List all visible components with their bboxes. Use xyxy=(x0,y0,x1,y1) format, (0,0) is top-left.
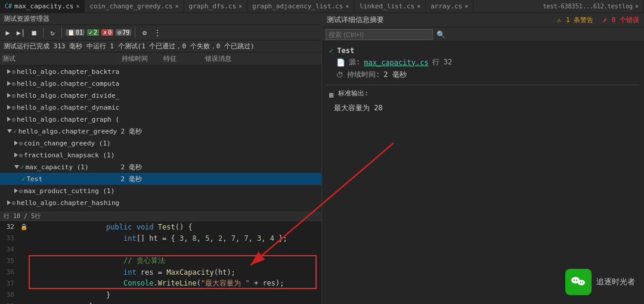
code-lines: 32 🔒 public void Test() { 33 int[] ht = … xyxy=(0,221,321,304)
error-count: 0 个错误 xyxy=(612,15,639,24)
tab-graph-dfs[interactable]: graph_dfs.cs × xyxy=(184,0,248,13)
tree-item-computation[interactable]: ⊙ hello_algo.chapter_computation... xyxy=(0,77,321,89)
watermark: 追逐时光者 xyxy=(565,269,635,295)
tree-item-divide[interactable]: ⊙ hello_algo.chapter_divide_and_c... xyxy=(0,89,321,101)
test-tree-panel: 测试 持续时间 特征 错误消息 ⊙ hello_algo.chapter_bac… xyxy=(0,52,321,212)
badge-skipped-count: 79 xyxy=(122,29,129,36)
tab-linked-list[interactable]: linked_list.cs × xyxy=(354,0,426,13)
tab-close[interactable]: × xyxy=(635,3,639,10)
check-icon: ✓ xyxy=(13,128,17,135)
output-header: ▦ 标准输出: xyxy=(327,89,639,100)
expand-icon xyxy=(7,69,11,74)
expand-icon xyxy=(7,200,11,205)
test-manager-title: 测试资源管理器 xyxy=(4,14,49,23)
tab-label: linked_list.cs xyxy=(359,2,414,10)
tree-cell-label: ⊙ fractional_knapsack (1) xyxy=(1,151,120,159)
col-feature: 特征 xyxy=(161,54,203,63)
tree-item-coin-change[interactable]: ⊙ coin_change_greedy (1) xyxy=(0,137,321,149)
tree-item-hashing[interactable]: ⊙ hello_algo.chapter_hashing (6) xyxy=(0,197,321,209)
stop-button[interactable]: ■ xyxy=(29,27,39,38)
check-icon: ✓ xyxy=(21,175,26,183)
right-panel-title: 测试详细信息摘要 xyxy=(327,15,384,25)
search-input[interactable] xyxy=(326,29,433,40)
tree-item-max-capacity[interactable]: ✓ max_capacity (1) 2 毫秒 xyxy=(0,161,321,173)
output-label: 标准输出: xyxy=(336,89,369,98)
detail-row-duration: ⏱ 持续时间: 2 毫秒 xyxy=(327,70,639,80)
tree-item-backtracking[interactable]: ⊙ hello_algo.chapter_backtracking... xyxy=(0,66,321,77)
badge-total: 📋 81 xyxy=(66,29,85,36)
badge-skipped: ⊘ 79 xyxy=(116,29,131,36)
tab-coin-change[interactable]: coin_change_greedy.cs × xyxy=(85,0,184,13)
line-number: 33 xyxy=(0,234,19,242)
error-icon: ✗ xyxy=(603,16,607,24)
tree-cell-label: ⊙ hello_algo.chapter_backtracking... xyxy=(1,68,120,76)
tree-cell-label: ⊙ hello_algo.chapter_hashing (6) xyxy=(1,199,120,207)
tree-item-dynamic[interactable]: ⊙ hello_algo.chapter_dynamic_pro... xyxy=(0,101,321,113)
dot-icon: ⊙ xyxy=(19,188,23,194)
tree-item-max-product[interactable]: ⊙ max_product_cutting (1) xyxy=(0,185,321,197)
tree-item-graph[interactable]: ⊙ hello_algo.chapter_graph (4) xyxy=(0,113,321,125)
tree-item-greedy[interactable]: ✓ hello_algo.chapter_greedy (4) 2 毫秒 xyxy=(0,125,321,137)
tab-testlog[interactable]: test-638351...612.testlog × xyxy=(538,0,644,13)
output-section: ▦ 标准输出: 最大容量为 28 xyxy=(327,89,639,114)
tab-array[interactable]: array.cs × xyxy=(426,0,473,13)
x-icon: ✗ xyxy=(103,29,107,36)
run-button[interactable]: ▶| xyxy=(16,27,26,38)
source-file-link[interactable]: max_capacity.cs xyxy=(364,58,428,67)
badge-failed: ✗ 0 xyxy=(101,29,113,36)
toolbar-separator xyxy=(43,28,44,38)
badge-total-count: 81 xyxy=(76,29,83,36)
status-text: 测试运行已完成 313 毫秒 中运行 1 个测试(1 个已通过，0 个失败，0 … xyxy=(4,42,255,51)
tab-close[interactable]: × xyxy=(175,3,179,10)
separator xyxy=(327,85,639,85)
tree-cell-label: ✓ hello_algo.chapter_greedy (4) xyxy=(1,128,120,135)
tab-close[interactable]: × xyxy=(417,3,420,10)
tab-label: coin_change_greedy.cs xyxy=(89,2,172,10)
tree-item-fractional[interactable]: ⊙ fractional_knapsack (1) xyxy=(0,149,321,161)
search-button[interactable]: 🔍 xyxy=(435,29,446,40)
svg-point-7 xyxy=(582,282,583,283)
tree-cell-label: ⊙ max_product_cutting (1) xyxy=(1,187,120,195)
tab-max-capacity[interactable]: C# max_capacity.cs × xyxy=(0,0,85,13)
run-all-button[interactable]: ▶ xyxy=(2,27,13,38)
tree-cell-label: ⊙ hello_algo.chapter_dynamic_pro... xyxy=(1,104,120,111)
status-bar: 测试运行已完成 313 毫秒 中运行 1 个测试(1 个已通过，0 个失败，0 … xyxy=(0,41,321,52)
more-button[interactable]: ⋮ xyxy=(152,27,163,38)
toolbar-separator-2 xyxy=(61,28,62,38)
line-number: 37 xyxy=(0,280,19,287)
right-panel: 测试详细信息摘要 ⚠ 1 条警告 ✗ 0 个错误 🔍 ✓ Test xyxy=(322,13,644,304)
code-line-33: 33 int[] ht = { 3, 8, 5, 2, 7, 7, 3, 4 }… xyxy=(0,232,321,244)
line-number: 36 xyxy=(0,268,19,276)
dot-icon: ⊙ xyxy=(12,92,16,99)
line-number: 38 xyxy=(0,291,19,299)
refresh-button[interactable]: ↻ xyxy=(47,27,58,38)
expand-icon xyxy=(14,188,18,193)
source-line: 行 32 xyxy=(432,57,453,67)
filter-button[interactable]: ⚙ xyxy=(139,27,150,38)
tree-cell-label: ⊙ hello_algo.chapter_computation... xyxy=(1,80,120,88)
tab-close[interactable]: × xyxy=(465,3,468,10)
tree-cell-label: ⊙ hello_algo.chapter_divide_and_c... xyxy=(1,92,120,100)
header-badges: ⚠ 1 条警告 ✗ 0 个错误 xyxy=(557,15,639,24)
test-manager-header: 测试资源管理器 xyxy=(0,13,321,25)
tab-bar: C# max_capacity.cs × coin_change_greedy.… xyxy=(0,0,644,13)
expand-icon xyxy=(7,105,11,110)
tab-close[interactable]: × xyxy=(345,3,349,10)
tab-label: array.cs xyxy=(431,2,462,10)
toolbar: ▶ ▶| ■ ↻ 📋 81 ✓ 2 ✗ 0 ⊘ xyxy=(0,25,321,41)
tab-graph-adj[interactable]: graph_adjacency_list.cs × xyxy=(247,0,354,13)
tab-close[interactable]: × xyxy=(76,3,79,10)
line-number: 32 xyxy=(0,223,19,231)
search-bar: 🔍 xyxy=(322,27,644,42)
svg-point-5 xyxy=(578,280,585,286)
wechat-icon xyxy=(570,274,587,290)
duration-value: 2 毫秒 xyxy=(383,70,406,80)
tab-label: test-638351...612.testlog xyxy=(543,3,633,10)
detail-row-source: 📄 源: max_capacity.cs 行 32 xyxy=(327,57,639,67)
test-tree-body[interactable]: ⊙ hello_algo.chapter_backtracking... ⊙ h… xyxy=(0,66,321,212)
duration-label: 持续时间: xyxy=(347,70,380,80)
tree-item-test[interactable]: ✓ Test 2 毫秒 xyxy=(0,173,321,185)
output-content: 最大容量为 28 xyxy=(327,103,639,114)
tab-close[interactable]: × xyxy=(239,3,242,10)
line-number: 35 xyxy=(0,257,19,265)
